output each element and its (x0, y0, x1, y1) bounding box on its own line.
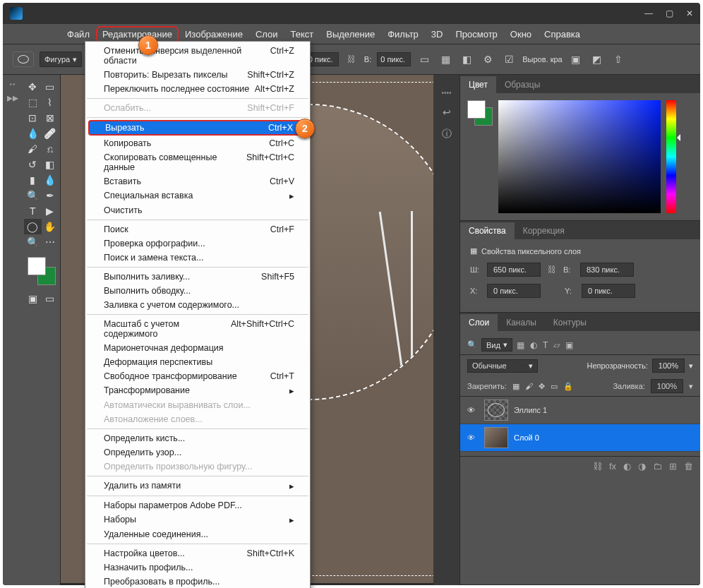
expand-icon[interactable]: ▸▸ (7, 91, 18, 104)
gradient-tool[interactable]: ▮ (24, 172, 42, 188)
mask-icon[interactable]: ▣ (568, 52, 584, 67)
ellipse-tool[interactable]: ◯ (24, 219, 42, 234)
menu-3d[interactable]: 3D (425, 26, 450, 42)
menu-item[interactable]: Заливка с учетом содержимого... (85, 298, 310, 312)
tab-layers[interactable]: Слои (460, 314, 498, 331)
opacity-field[interactable]: 100% (652, 359, 685, 373)
tab-swatches[interactable]: Образцы (496, 76, 548, 93)
pen-tool[interactable]: ✒ (42, 188, 59, 203)
filter-type-icon[interactable]: T (543, 340, 548, 350)
type-tool[interactable]: T (24, 203, 42, 219)
arrange-icon[interactable]: ◧ (459, 52, 474, 67)
trash-icon[interactable]: 🗑 (684, 461, 693, 472)
adjustment-icon[interactable]: ◑ (638, 461, 646, 472)
menu-item[interactable]: Определить кисть... (85, 431, 310, 445)
blur-tool[interactable]: 💧 (42, 172, 59, 188)
move-tool[interactable]: ✥ (24, 79, 42, 95)
menu-просмотр[interactable]: Просмотр (449, 26, 503, 42)
menu-item[interactable]: Марионеточная деформация (85, 341, 310, 355)
marquee-tool[interactable]: ⬚ (24, 95, 42, 110)
menu-item[interactable]: ПоискCtrl+F (85, 222, 310, 236)
group-icon[interactable]: 🗀 (653, 461, 662, 472)
lock-artboard-icon[interactable]: ▭ (551, 382, 558, 391)
prop-height[interactable]: 830 пикс. (580, 263, 634, 277)
menu-item[interactable]: Выполнить обводку... (85, 284, 310, 298)
visibility-icon[interactable]: 👁 (467, 433, 479, 442)
menu-item[interactable]: Переключить последнее состояниеAlt+Ctrl+… (85, 82, 310, 96)
menu-item[interactable]: Очистить (85, 203, 310, 217)
prop-y[interactable]: 0 пикс. (582, 284, 635, 298)
history-icon[interactable]: ↩ (443, 107, 451, 118)
layer-thumb[interactable] (484, 400, 508, 421)
blend-mode[interactable]: Обычные▾ (467, 359, 538, 373)
menu-item[interactable]: Свободное трансформированиеCtrl+T (85, 369, 310, 383)
artboard-tool[interactable]: ▭ (42, 79, 59, 95)
eraser-tool[interactable]: ◧ (42, 157, 59, 172)
filter-kind[interactable]: Вид▾ (481, 338, 512, 352)
menu-окно[interactable]: Окно (504, 26, 538, 42)
active-tool-icon[interactable] (13, 52, 34, 67)
screen-mode[interactable]: ▭ (42, 291, 59, 306)
tab-channels[interactable]: Каналы (498, 314, 545, 331)
lock-paint-icon[interactable]: 🖌 (525, 382, 533, 390)
layer-thumb[interactable] (484, 427, 508, 448)
fg-color-swatch[interactable] (28, 257, 46, 275)
tab-paths[interactable]: Контуры (545, 314, 595, 331)
mask-add-icon[interactable]: ◐ (623, 461, 631, 472)
hand-tool[interactable]: ✋ (42, 219, 59, 234)
minimize-button[interactable]: — (644, 8, 653, 18)
panel-fg-swatch[interactable] (467, 100, 486, 119)
lock-pixels-icon[interactable]: ▦ (512, 382, 519, 391)
menu-item[interactable]: Настройка цветов...Shift+Ctrl+K (85, 546, 310, 560)
tab-adjustments[interactable]: Коррекция (515, 222, 573, 239)
path-ops-icon[interactable]: ▭ (416, 52, 432, 67)
menu-item[interactable]: Специальная вставка▸ (85, 188, 310, 203)
menu-файл[interactable]: Файл (61, 26, 96, 42)
menu-фильтр[interactable]: Фильтр (381, 26, 425, 42)
mode-select[interactable]: Фигура▾ (40, 52, 82, 67)
menu-item[interactable]: Назначить профиль... (85, 560, 310, 575)
history-brush-tool[interactable]: ↺ (24, 157, 42, 172)
frame-tool[interactable]: ⊠ (42, 110, 59, 126)
menu-слои[interactable]: Слои (249, 26, 284, 42)
fx-icon[interactable]: fx (609, 461, 616, 472)
crop-tool[interactable]: ⊡ (24, 110, 42, 126)
menu-item[interactable]: Трансформирование▸ (85, 383, 310, 398)
info-icon[interactable]: ⓘ (442, 128, 452, 140)
lasso-tool[interactable]: ⌇ (42, 95, 59, 110)
menu-текст[interactable]: Текст (284, 26, 320, 42)
close-button[interactable]: ✕ (686, 8, 693, 18)
menu-item[interactable]: Скопировать совмещенные данныеShift+Ctrl… (85, 150, 310, 174)
menu-item[interactable]: Деформация перспективы (85, 355, 310, 369)
quickmask-tool[interactable]: ▣ (24, 291, 42, 306)
menu-справка[interactable]: Справка (538, 26, 587, 42)
filter-smart-icon[interactable]: ▣ (565, 340, 573, 350)
filter-adjust-icon[interactable]: ◐ (530, 340, 537, 350)
menu-item[interactable]: Повторить: Вырезать пикселыShift+Ctrl+Z (85, 68, 310, 82)
menu-item[interactable]: Наборы параметров Adobe PDF... (85, 498, 310, 512)
lock-all-icon[interactable]: 🔒 (563, 382, 573, 391)
height-field[interactable] (377, 52, 411, 66)
menu-item[interactable]: Выполнить заливку...Shift+F5 (85, 270, 310, 284)
menu-item[interactable]: Наборы▸ (85, 512, 310, 527)
align-edges-check[interactable]: ☑ (501, 52, 517, 67)
menu-item[interactable]: Преобразовать в профиль... (85, 575, 310, 588)
link-icon[interactable]: ⛓ (548, 265, 556, 275)
color-field[interactable] (498, 100, 661, 213)
layer-row[interactable]: 👁 Эллипс 1 (460, 397, 700, 424)
menu-item[interactable]: Определить узор... (85, 445, 310, 460)
menu-item[interactable]: Удаленные соединения... (85, 527, 310, 541)
tab-properties[interactable]: Свойства (460, 222, 515, 239)
edit-toolbar[interactable]: ⋯ (42, 234, 59, 250)
menu-выделение[interactable]: Выделение (320, 26, 381, 42)
filter-pixel-icon[interactable]: ▦ (517, 340, 524, 350)
visibility-icon[interactable]: 👁 (467, 406, 479, 414)
brush-tool[interactable]: 🖌 (24, 141, 42, 157)
menu-item[interactable]: Удалить из памяти▸ (85, 479, 310, 493)
filter-shape-icon[interactable]: ▱ (553, 340, 560, 350)
path-select-tool[interactable]: ▶ (42, 203, 59, 219)
stamp-tool[interactable]: ⎌ (42, 141, 59, 157)
layer-row[interactable]: 👁 Слой 0 (460, 424, 700, 452)
menu-item[interactable]: Масштаб с учетом содержимогоAlt+Shift+Ct… (85, 317, 310, 341)
menu-item[interactable]: Отменить: Инверсия выделенной областиCtr… (85, 44, 310, 68)
